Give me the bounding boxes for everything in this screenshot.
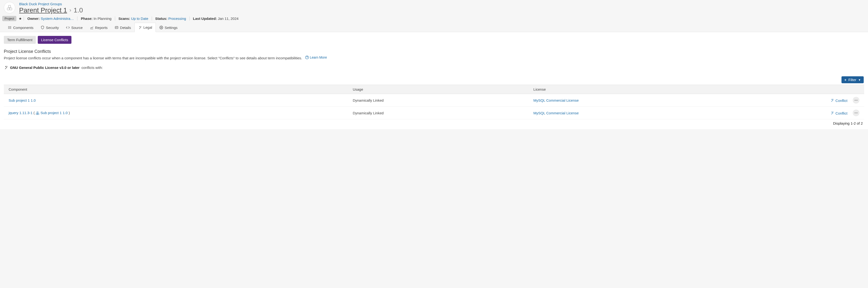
status-label: Status: — [155, 17, 167, 21]
license-link[interactable]: MySQL Commercial License — [533, 98, 579, 103]
subproject-link[interactable]: Sub project 1 1.0 — [41, 111, 68, 115]
tab-label: Reports — [95, 26, 108, 30]
filter-button[interactable]: + Filter ▼ — [841, 76, 864, 83]
section-description: Project license conflicts occur when a c… — [4, 56, 302, 60]
tab-components[interactable]: Components — [4, 23, 37, 32]
id-icon — [115, 26, 119, 29]
more-actions-button[interactable] — [853, 97, 859, 104]
updated-value: Jan 11, 2024 — [218, 17, 239, 21]
license-link[interactable]: MySQL Commercial License — [533, 111, 579, 115]
conflict-link[interactable]: Conflict — [830, 111, 847, 116]
svg-point-18 — [856, 100, 857, 101]
col-component: Component — [4, 85, 348, 94]
svg-rect-20 — [37, 112, 38, 113]
tab-label: Security — [46, 26, 59, 30]
component-link[interactable]: jquery 1.11.3-1 — [9, 111, 32, 115]
table-row: Sub project 1 1.0 Dynamically Linked MyS… — [4, 94, 864, 107]
pill-term-fulfillment[interactable]: Term Fulfillment — [4, 36, 36, 44]
owner-value[interactable]: System Administra… — [41, 17, 74, 21]
owner-label: Owner: — [27, 17, 40, 21]
tab-legal[interactable]: Legal — [134, 23, 156, 32]
tab-bar: Components Security Source Reports Detai… — [0, 23, 868, 32]
project-badge: Project — [2, 16, 16, 21]
help-icon — [305, 56, 309, 59]
component-link[interactable]: Sub project 1 1.0 — [9, 98, 36, 103]
updated-label: Last Updated: — [193, 17, 217, 21]
svg-point-7 — [8, 27, 9, 28]
scans-value[interactable]: Up to Date — [131, 17, 148, 21]
conflicts-table: Component Usage License Sub project 1 1.… — [4, 85, 864, 119]
tab-source[interactable]: Source — [62, 23, 86, 32]
table-row: jquery 1.11.3-1 ( Sub project 1 1.0 ) Dy… — [4, 107, 864, 119]
col-actions — [761, 85, 864, 94]
plus-icon: + — [844, 78, 846, 82]
filter-label: Filter — [848, 78, 856, 82]
conflict-suffix: conflicts with: — [82, 65, 103, 69]
usage-cell: Dynamically Linked — [348, 107, 528, 119]
paren-close: ) — [68, 111, 70, 115]
usage-cell: Dynamically Linked — [348, 94, 528, 107]
svg-point-6 — [8, 26, 9, 27]
chart-icon — [90, 26, 94, 29]
tab-reports[interactable]: Reports — [86, 23, 111, 32]
result-count: Displaying 1-2 of 2 — [4, 119, 864, 125]
more-actions-button[interactable] — [853, 110, 859, 116]
list-icon — [8, 26, 12, 29]
tab-security[interactable]: Security — [37, 23, 62, 32]
svg-rect-1 — [7, 8, 9, 10]
phase-value: In Planning — [94, 17, 112, 21]
status-value[interactable]: Processing — [168, 17, 186, 21]
conflict-label: Conflict — [836, 111, 847, 115]
phase-label: Phase: — [81, 17, 92, 21]
shield-icon — [41, 26, 44, 29]
paren-open: ( — [33, 111, 36, 115]
gavel-icon — [4, 65, 8, 69]
conflict-license-name: GNU General Public License v3.0 or later — [10, 65, 80, 69]
project-version: 1.0 — [73, 6, 83, 14]
tab-label: Legal — [143, 25, 152, 29]
subproject-icon — [36, 111, 39, 115]
svg-point-19 — [857, 100, 858, 101]
caret-down-icon: ▼ — [858, 79, 861, 81]
star-icon[interactable]: ★ — [19, 17, 22, 21]
pill-license-conflicts[interactable]: License Conflicts — [38, 36, 71, 44]
gavel-icon — [138, 26, 142, 29]
gavel-icon — [830, 111, 834, 116]
conflict-link[interactable]: Conflict — [830, 98, 847, 103]
gavel-icon — [830, 98, 834, 103]
scans-label: Scans: — [119, 17, 130, 21]
svg-point-25 — [857, 113, 858, 113]
col-usage: Usage — [348, 85, 528, 94]
tab-label: Source — [71, 26, 83, 30]
learn-more-link[interactable]: Learn More — [305, 56, 327, 59]
svg-point-24 — [856, 113, 857, 113]
project-title[interactable]: Parent Project 1 — [19, 6, 67, 14]
gear-icon — [159, 26, 163, 29]
svg-rect-2 — [10, 8, 12, 10]
breadcrumb-link[interactable]: Black Duck Project Groups — [19, 2, 83, 6]
tab-label: Settings — [165, 26, 178, 30]
learn-more-label: Learn More — [310, 56, 327, 59]
logo-icon — [4, 2, 15, 13]
svg-point-17 — [855, 100, 855, 101]
svg-rect-0 — [9, 5, 11, 7]
svg-rect-22 — [38, 113, 39, 115]
code-icon — [66, 26, 70, 29]
tab-details[interactable]: Details — [111, 23, 134, 32]
tab-label: Details — [120, 26, 131, 30]
col-license: License — [529, 85, 761, 94]
conflict-label: Conflict — [836, 98, 847, 103]
chevron-right-icon: › — [69, 7, 71, 13]
tab-label: Components — [13, 26, 33, 30]
svg-rect-21 — [36, 113, 37, 115]
tab-settings[interactable]: Settings — [156, 23, 181, 32]
svg-point-23 — [855, 113, 855, 113]
svg-point-14 — [161, 27, 162, 28]
section-title: Project License Conflicts — [4, 49, 864, 54]
